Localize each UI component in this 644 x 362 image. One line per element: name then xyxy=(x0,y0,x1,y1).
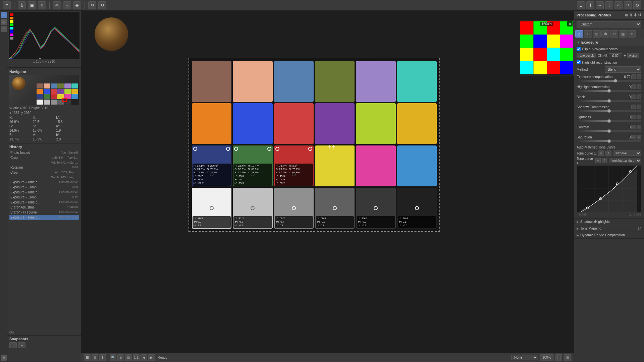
color-cell-19[interactable]: L*: 81.2 a*: -0.3 b*: -0.1 xyxy=(233,188,272,229)
pp-expandable-2[interactable]: ▶ Dynamic Range Compression xyxy=(574,232,644,239)
left-icon-bottom[interactable]: ⚙ xyxy=(1,355,7,361)
bottom-btn-fullscreen[interactable]: ⛶ xyxy=(555,354,562,361)
history-item[interactable]: CropLeft=1333, Top=... xyxy=(9,170,79,175)
toolbar-btn-rotate-cw[interactable]: ↷ xyxy=(624,1,632,9)
bottom-btn-zoom-out[interactable]: ⊖ xyxy=(117,354,124,361)
bottom-btn-zoom-in[interactable]: 🔍 xyxy=(110,354,116,361)
bottom-btn-info[interactable]: ℹ xyxy=(99,354,106,361)
pp-curve1-select[interactable]: Film-like xyxy=(613,150,641,156)
history-item[interactable]: L*a*b* Adjustme...Enabled xyxy=(9,205,79,210)
history-item[interactable]: Exposure - Tone c...Custom curve xyxy=(9,190,79,195)
pp-slider-plus-0[interactable]: + xyxy=(637,74,641,79)
pp-curve2-pencil[interactable]: ✏ xyxy=(595,158,601,163)
history-item[interactable]: Exposure - Tone c...Custom curve xyxy=(9,180,79,185)
left-icon-editor[interactable]: E xyxy=(1,26,7,32)
toolbar-btn-queue[interactable]: ≡ xyxy=(3,1,11,9)
pp-tab-wavelet[interactable]: ≡ xyxy=(628,30,636,38)
snapshot-add-btn[interactable]: + xyxy=(9,342,17,348)
color-cell-16[interactable] xyxy=(356,145,395,186)
pp-curve1-pencil[interactable]: ✏ xyxy=(598,150,604,156)
pp-slider-minus-6[interactable]: − xyxy=(631,135,636,139)
image-viewer[interactable]: R: 14.1% H: 226.6° G: 24.3% S: 78.8% B: … xyxy=(81,11,574,353)
pp-slider-minus-5[interactable]: − xyxy=(631,125,636,129)
pp-tab-meta[interactable]: ▦ xyxy=(619,30,627,38)
color-cell-8[interactable] xyxy=(274,103,314,144)
pp-expandable-0[interactable]: ▶ Shadows/Highlights xyxy=(574,219,644,225)
pp-highlight-checkbox[interactable] xyxy=(577,60,581,64)
color-cell-0[interactable] xyxy=(192,61,231,102)
history-item[interactable]: L*a*b* - HH curveCustom curve xyxy=(9,210,79,215)
color-cell-13[interactable]: R: 22.4% H: 127.7° G: 58.0% S: 60.9% B: … xyxy=(233,145,272,186)
pp-curve2-type[interactable]: ⌇ xyxy=(602,158,607,163)
history-item[interactable]: Rotation0.84 xyxy=(9,165,79,170)
pp-clip-pct-input[interactable] xyxy=(609,53,622,58)
none-dropdown[interactable]: None xyxy=(511,355,538,360)
color-cell-4[interactable] xyxy=(356,61,395,102)
toolbar-btn-save[interactable]: ⤓ xyxy=(577,1,585,9)
toolbar-btn-crop[interactable]: ◈ xyxy=(73,1,81,9)
pp-tab-exposure[interactable]: ☼ xyxy=(575,30,583,38)
color-cell-18[interactable]: L*: 96.5 a*: 0.0 b*: 2.3 xyxy=(192,188,231,229)
toolbar-btn-flip-v[interactable]: ↕ xyxy=(605,1,613,9)
pp-slider-minus-1[interactable]: − xyxy=(631,84,636,89)
pp-slider-track-1[interactable] xyxy=(577,90,641,92)
color-cell-23[interactable]: L*: 20.4 a*: 0.1 b*: -0.6 xyxy=(397,188,437,229)
toolbar-btn-edit[interactable]: ✏ xyxy=(53,1,61,9)
color-cell-2[interactable] xyxy=(274,61,314,102)
bottom-btn-next[interactable]: ▶ xyxy=(148,354,155,361)
history-item[interactable]: Exposure - Comp...0.72 xyxy=(9,195,79,200)
pp-slider-track-3[interactable] xyxy=(577,110,641,112)
toolbar-btn-export[interactable]: ⤒ xyxy=(586,1,594,9)
color-cell-11[interactable] xyxy=(397,103,437,144)
pp-auto-levels-btn[interactable]: Auto Levels xyxy=(577,53,596,58)
pp-slider-track-2[interactable] xyxy=(577,100,641,102)
bottom-btn-zoom-100[interactable]: 100% xyxy=(540,354,553,361)
pp-slider-plus-3[interactable]: + xyxy=(637,105,641,109)
color-cell-5[interactable] xyxy=(397,61,437,102)
pp-slider-minus-4[interactable]: − xyxy=(631,115,636,119)
left-icon-queue[interactable]: Q xyxy=(1,19,7,25)
snapshot-remove-btn[interactable]: − xyxy=(18,342,25,348)
pp-tab-raw[interactable]: ✂ xyxy=(610,30,618,38)
pp-slider-plus-6[interactable]: + xyxy=(637,135,641,139)
bottom-btn-filebrowser[interactable]: ☰ xyxy=(84,354,91,361)
pp-method-select[interactable]: Blend xyxy=(605,66,641,73)
history-item[interactable]: Photo loaded(Last Saved) xyxy=(9,150,79,155)
color-cell-6[interactable] xyxy=(192,103,231,144)
pp-slider-minus-3[interactable]: − xyxy=(631,105,636,109)
pp-clip-checkbox[interactable] xyxy=(577,47,581,51)
color-cell-14[interactable]: R: 75.7% H: 3.2° G: 21.6% S: 75.7% B: 17… xyxy=(274,145,314,186)
toolbar-btn-triangle[interactable]: △ xyxy=(63,1,71,9)
pp-slider-track-4[interactable] xyxy=(577,120,641,122)
color-cell-17[interactable] xyxy=(397,145,437,186)
color-cell-1[interactable] xyxy=(233,61,272,102)
pp-slider-minus-2[interactable]: − xyxy=(631,95,636,99)
history-item[interactable]: Exposure - Tone c...Custom curve xyxy=(9,215,79,220)
toolbar-btn-settings[interactable]: ⚙ xyxy=(633,1,641,9)
color-cell-9[interactable] xyxy=(315,103,355,144)
color-cell-3[interactable] xyxy=(315,61,355,102)
bottom-btn-prev[interactable]: ◀ xyxy=(141,354,147,361)
pp-slider-track-6[interactable] xyxy=(577,140,641,142)
left-icon-filebrowser[interactable]: F xyxy=(1,12,7,18)
color-cell-12[interactable]: R: 14.1% H: 226.6° G: 24.3% S: 78.8% B: … xyxy=(192,145,231,186)
pp-slider-track-5[interactable] xyxy=(577,130,641,132)
pp-slider-plus-2[interactable]: + xyxy=(637,95,641,99)
toolbar-btn-redo[interactable]: ↻ xyxy=(98,1,106,9)
bottom-btn-fit[interactable]: ⊡ xyxy=(125,354,132,361)
history-item[interactable]: Width=983, Heigh... xyxy=(9,175,79,180)
pp-tab-detail[interactable]: ◎ xyxy=(593,30,601,38)
pp-slider-track-0[interactable] xyxy=(577,80,641,82)
color-cell-7[interactable] xyxy=(233,103,272,144)
color-cell-15[interactable] xyxy=(315,145,355,186)
pp-curve1-type[interactable]: ⌇ xyxy=(605,150,611,156)
pp-slider-minus-0[interactable]: − xyxy=(631,74,636,79)
bottom-btn-filmstrip[interactable]: ⊞ xyxy=(92,354,98,361)
toolbar-btn-rotate-ccw[interactable]: ↶ xyxy=(614,1,623,9)
pp-slider-plus-1[interactable]: + xyxy=(637,84,641,89)
toolbar-btn-flip-h[interactable]: ↔ xyxy=(596,1,604,9)
color-cell-21[interactable]: L*: 50.8 a*: -0.3 b*: 0.8 xyxy=(315,188,355,229)
color-cell-10[interactable] xyxy=(356,103,395,144)
pp-slider-plus-4[interactable]: + xyxy=(637,115,641,119)
history-item[interactable]: Exposure - Comp...0.00 xyxy=(9,185,79,190)
